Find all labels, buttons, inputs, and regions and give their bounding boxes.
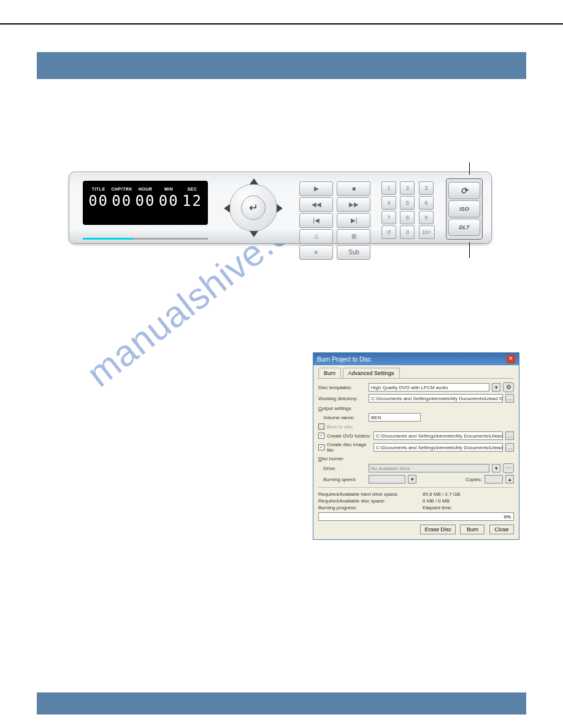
copies-input	[484, 475, 503, 483]
lcd-label-min: MIN	[158, 187, 180, 191]
close-icon[interactable]: ✕	[507, 355, 515, 363]
dpad-up-icon[interactable]	[250, 178, 258, 184]
divider	[318, 487, 514, 488]
dpad-down-icon[interactable]	[250, 231, 258, 237]
lcd-display: TITLE CHP/TRK HOUR MIN SEC 00 00 00 00 1…	[83, 181, 208, 225]
tab-burn[interactable]: Burn	[318, 368, 341, 378]
next-button[interactable]: ▶|	[337, 213, 370, 228]
keypad-2[interactable]: 2	[400, 181, 415, 195]
tab-advanced[interactable]: Advanced Settings	[343, 368, 400, 378]
speed-dropdown-icon: ▾	[408, 475, 416, 483]
burn-disc-button[interactable]: ⟳	[448, 182, 480, 199]
keypad-1[interactable]: 1	[381, 181, 396, 195]
audio-button[interactable]: ♫	[299, 229, 333, 244]
dialog-title-text: Burn Project to Disc	[317, 356, 371, 363]
dialog-tabs: Burn Advanced Settings	[318, 368, 514, 379]
create-image-checkbox[interactable]: ✓	[318, 444, 324, 450]
keypad-5[interactable]: 5	[400, 196, 415, 210]
burning-progress-label: Burning progress:	[318, 505, 423, 510]
browse-workdir-button[interactable]: …	[505, 394, 514, 403]
keypad-7[interactable]: 7	[381, 211, 396, 224]
dialog-titlebar[interactable]: Burn Project to Disc ✕	[313, 353, 519, 365]
progress-bar[interactable]	[83, 238, 208, 240]
dpad-right-icon[interactable]	[277, 204, 283, 213]
create-image-input[interactable]: C:\Documents and Settings\bennets\My Doc…	[373, 443, 503, 452]
rewind-button[interactable]: ◀◀	[299, 197, 333, 212]
keypad-4[interactable]: 4	[381, 196, 396, 210]
burn-dlt-button[interactable]: DLT	[448, 219, 480, 236]
play-button[interactable]: ▶	[299, 181, 333, 196]
lcd-label-hour: HOUR	[134, 187, 156, 191]
working-dir-input[interactable]: C:\Documents and Settings\bennets\My Doc…	[369, 394, 503, 403]
playback-buttons: ▶ ■ ◀◀ ▶▶ |◀ ▶| ♫ ⊞ ≡ Sub	[299, 181, 372, 260]
copies-spinner-icon: ▴	[505, 475, 514, 483]
browse-image-button[interactable]: …	[505, 443, 514, 452]
keypad-return[interactable]: ↺	[381, 226, 396, 239]
output-settings-label: Output settings	[318, 406, 514, 411]
create-folders-input[interactable]: C:\Documents and Settings\bennets\My Doc…	[373, 431, 503, 440]
burn-to-disc-label: Burn to disc	[327, 424, 353, 430]
forward-button[interactable]: ▶▶	[337, 197, 370, 212]
volume-name-label: Volume name:	[318, 415, 366, 420]
req-disc-value: 0 MB / 0 MB	[423, 498, 450, 504]
burning-speed-select	[369, 475, 405, 483]
lcd-digit-sec: 12	[182, 192, 203, 210]
elapsed-time-label: Elapsed time:	[423, 505, 452, 510]
template-options-icon[interactable]: ⚙	[503, 382, 514, 392]
dpad: ↵	[223, 177, 284, 238]
keypad-6[interactable]: 6	[419, 196, 434, 210]
dpad-enter-button[interactable]: ↵	[241, 195, 266, 220]
lcd-label-title: TITLE	[88, 187, 109, 191]
keypad-3[interactable]: 3	[419, 181, 434, 195]
burn-button-group: ⟳ ISO DLT	[446, 178, 483, 240]
keypad-10plus[interactable]: 10+	[419, 226, 435, 239]
browse-folders-button[interactable]: …	[505, 431, 514, 440]
drive-select: No available drive	[369, 464, 489, 472]
burn-to-disc-checkbox	[318, 423, 324, 430]
lcd-digit-title: 00	[88, 192, 109, 210]
lcd-label-chp: CHP/TRK	[111, 187, 132, 191]
subtitle-button[interactable]: Sub	[337, 245, 370, 260]
disc-templates-select[interactable]: High Quality DVD with LPCM audio	[369, 383, 489, 392]
remote-panel: TITLE CHP/TRK HOUR MIN SEC 00 00 00 00 1…	[69, 172, 492, 244]
keypad-8[interactable]: 8	[400, 211, 415, 224]
drive-dropdown-icon: ▾	[492, 464, 500, 472]
erase-disc-button[interactable]: Erase Disc	[420, 525, 456, 534]
req-hd-label: Required/Available hard drive space:	[318, 491, 423, 497]
copies-label: Copies:	[465, 477, 482, 482]
thumbnail-button[interactable]: ⊞	[337, 229, 370, 244]
chevron-down-icon[interactable]: ▾	[492, 383, 500, 392]
lcd-digit-chp: 00	[111, 192, 132, 210]
progress-percent: 0%	[504, 513, 511, 521]
progress-fill	[83, 238, 133, 240]
disc-burner-label: Disc burner	[318, 456, 514, 461]
burn-iso-button[interactable]: ISO	[448, 200, 480, 218]
drive-label: Drive:	[318, 466, 366, 471]
numeric-keypad: 1 2 3 4 5 6 7 8 9 ↺ 0 10+	[381, 181, 440, 240]
lcd-label-sec: SEC	[182, 187, 203, 191]
keypad-9[interactable]: 9	[419, 211, 434, 224]
burn-button[interactable]: Burn	[460, 525, 484, 534]
dpad-left-icon[interactable]	[224, 204, 230, 213]
close-button[interactable]: Close	[489, 525, 514, 534]
lcd-digit-min: 00	[158, 192, 180, 210]
blue-band-bottom	[37, 692, 526, 715]
blue-band-top	[37, 52, 526, 79]
create-image-label: Create disc image file:	[327, 442, 371, 453]
req-hd-value: 85.8 MB / 2.7 GB	[423, 491, 460, 497]
prev-button[interactable]: |◀	[299, 213, 333, 228]
stop-button[interactable]: ■	[337, 181, 370, 196]
drive-settings-icon[interactable]: ⋯	[503, 463, 514, 473]
req-disc-label: Required/Available disc space:	[318, 498, 423, 504]
lcd-digit-hour: 00	[134, 192, 156, 210]
create-folders-checkbox[interactable]: ✓	[318, 433, 324, 439]
top-rule	[0, 23, 563, 25]
burning-speed-label: Burning speed:	[318, 477, 366, 482]
keypad-0[interactable]: 0	[400, 226, 415, 239]
dialog-body: Burn Advanced Settings Disc templates: H…	[313, 365, 519, 539]
callout-line-bottom	[469, 242, 470, 258]
menu-button[interactable]: ≡	[299, 245, 333, 260]
callout-line-top	[469, 162, 470, 175]
burn-progress-bar: 0%	[318, 512, 514, 521]
volume-name-input[interactable]: BEN	[369, 413, 421, 422]
